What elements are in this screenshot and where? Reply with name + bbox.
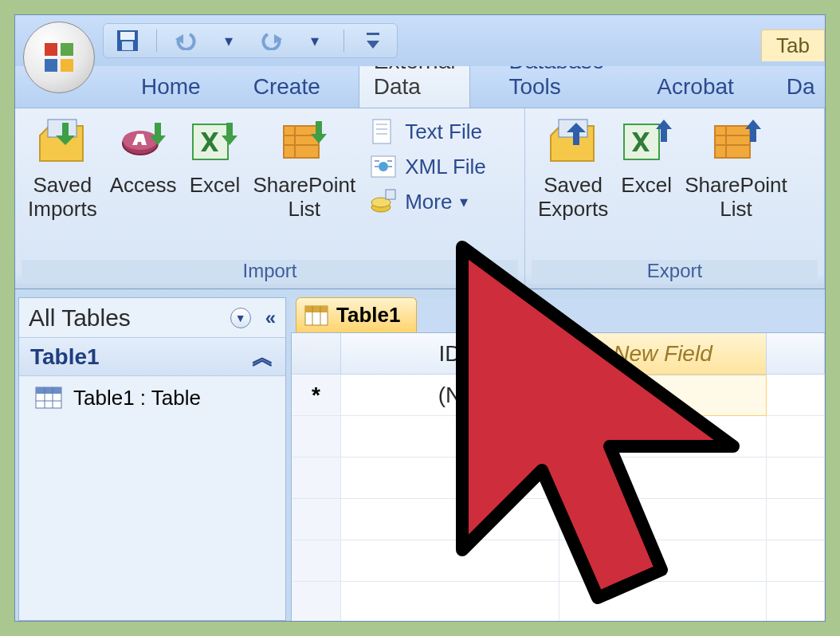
cell-empty bbox=[767, 375, 825, 416]
export-sharepoint-button[interactable]: SharePoint List bbox=[678, 113, 794, 222]
table-icon bbox=[35, 387, 62, 409]
cell-empty bbox=[767, 540, 825, 582]
chevron-up-icon: ︽ bbox=[252, 342, 274, 372]
svg-rect-36 bbox=[715, 126, 750, 158]
column-header-id[interactable]: ID bbox=[341, 333, 559, 375]
tab-home[interactable]: Home bbox=[127, 69, 215, 108]
svg-rect-9 bbox=[367, 33, 379, 35]
import-more-label: More bbox=[405, 190, 452, 214]
datasheet-area: Table1 ID New Field * (N bbox=[291, 297, 825, 621]
undo-dropdown[interactable]: ▾ bbox=[214, 26, 243, 55]
import-excel-button[interactable]: Excel bbox=[183, 113, 247, 198]
qat-separator bbox=[343, 29, 344, 52]
nav-pane-title: All Tables bbox=[29, 304, 131, 332]
row-selector bbox=[292, 540, 341, 582]
nav-item-table1[interactable]: Table1 : Table bbox=[19, 376, 285, 419]
content-area: All Tables ▼ « Table1 ︽ Table1 : Tabl bbox=[15, 289, 825, 621]
redo-button[interactable] bbox=[257, 26, 286, 55]
save-icon bbox=[116, 29, 139, 53]
nav-pane-header[interactable]: All Tables ▼ « bbox=[19, 298, 285, 338]
qat-separator bbox=[156, 29, 157, 52]
cell-empty bbox=[559, 540, 767, 582]
svg-rect-6 bbox=[122, 41, 133, 50]
import-access-label: Access bbox=[110, 174, 177, 198]
cell-empty bbox=[559, 416, 767, 457]
svg-rect-42 bbox=[36, 387, 61, 394]
cell-empty bbox=[767, 457, 825, 499]
datasheet-header: ID New Field bbox=[292, 333, 825, 375]
cell-new[interactable] bbox=[559, 375, 767, 416]
save-button[interactable] bbox=[113, 26, 142, 55]
cell-empty bbox=[559, 457, 767, 499]
undo-icon bbox=[174, 31, 198, 50]
row-selector bbox=[292, 582, 341, 622]
table-icon bbox=[304, 305, 328, 326]
select-all-cell[interactable] bbox=[292, 333, 341, 375]
app-window: ▾ ▾ Tab Home Create External Data Databa… bbox=[14, 14, 826, 622]
row-selector[interactable]: * bbox=[292, 375, 341, 416]
redo-dropdown[interactable]: ▾ bbox=[300, 26, 329, 55]
office-button[interactable] bbox=[23, 22, 95, 93]
new-record-row[interactable]: * (N bbox=[292, 375, 825, 416]
cell-empty bbox=[341, 499, 559, 540]
sharepoint-export-icon bbox=[710, 118, 761, 169]
svg-rect-2 bbox=[45, 59, 57, 72]
contextual-tab-label: Tab bbox=[761, 29, 825, 61]
svg-rect-31 bbox=[386, 190, 395, 199]
saved-imports-icon bbox=[37, 118, 88, 169]
tab-create[interactable]: Create bbox=[239, 69, 335, 108]
import-sharepoint-button[interactable]: SharePoint List bbox=[247, 113, 363, 222]
import-more-button[interactable]: More ▾ bbox=[370, 188, 486, 215]
export-excel-label: Excel bbox=[621, 174, 672, 198]
row-selector bbox=[292, 457, 341, 499]
svg-rect-5 bbox=[120, 32, 135, 40]
datasheet[interactable]: ID New Field * (N bbox=[291, 332, 825, 622]
export-excel-button[interactable]: Excel bbox=[614, 113, 678, 198]
cell-empty bbox=[767, 499, 825, 540]
column-header-empty bbox=[767, 333, 825, 375]
ribbon-tabs: Home Create External Data Database Tools… bbox=[15, 66, 825, 108]
saved-exports-button[interactable]: Saved Exports bbox=[532, 113, 614, 222]
chevron-down-icon: ▾ bbox=[460, 192, 468, 211]
import-xml-file-label: XML File bbox=[405, 155, 486, 179]
cell-empty bbox=[341, 582, 559, 622]
qat-customize-button[interactable] bbox=[359, 26, 387, 55]
svg-rect-3 bbox=[61, 59, 73, 72]
tab-truncated[interactable]: Da bbox=[772, 69, 826, 108]
navigation-pane: All Tables ▼ « Table1 ︽ Table1 : Tabl bbox=[18, 297, 286, 621]
saved-imports-label: Saved Imports bbox=[28, 174, 97, 222]
nav-group-header[interactable]: Table1 ︽ bbox=[19, 338, 285, 376]
svg-marker-10 bbox=[367, 41, 379, 49]
nav-collapse-button[interactable]: « bbox=[265, 307, 276, 329]
tab-acrobat[interactable]: Acrobat bbox=[642, 69, 748, 108]
object-tab-label: Table1 bbox=[336, 303, 400, 328]
import-xml-file-button[interactable]: XML File bbox=[370, 153, 486, 180]
svg-rect-1 bbox=[61, 43, 73, 56]
excel-icon bbox=[190, 118, 241, 169]
chevron-down-icon: ▾ bbox=[225, 31, 233, 50]
import-text-file-button[interactable]: Text File bbox=[370, 118, 486, 145]
quick-access-toolbar: ▾ ▾ bbox=[103, 23, 398, 58]
svg-rect-47 bbox=[305, 306, 328, 312]
cell-empty bbox=[559, 499, 767, 540]
column-header-add-new[interactable]: New Field bbox=[559, 333, 767, 375]
title-bar: ▾ ▾ Tab bbox=[15, 15, 825, 66]
row-selector bbox=[292, 416, 341, 457]
nav-dropdown-button[interactable]: ▼ bbox=[230, 308, 251, 328]
undo-button[interactable] bbox=[171, 26, 200, 55]
office-logo-icon bbox=[40, 38, 78, 77]
group-export: Saved Exports Excel bbox=[525, 108, 825, 289]
saved-imports-button[interactable]: Saved Imports bbox=[22, 113, 104, 222]
cell-id[interactable]: (N bbox=[341, 375, 559, 416]
svg-rect-0 bbox=[45, 43, 57, 56]
saved-exports-label: Saved Exports bbox=[538, 174, 608, 222]
chevron-down-icon: ▼ bbox=[235, 312, 246, 324]
import-sharepoint-label: SharePoint List bbox=[253, 174, 356, 222]
import-text-file-label: Text File bbox=[405, 120, 482, 144]
import-excel-label: Excel bbox=[190, 174, 241, 198]
import-access-button[interactable]: Access bbox=[104, 113, 183, 198]
cell-empty bbox=[341, 416, 559, 457]
object-tab-table1[interactable]: Table1 bbox=[296, 297, 417, 332]
svg-rect-23 bbox=[373, 120, 391, 143]
more-icon bbox=[370, 188, 397, 215]
